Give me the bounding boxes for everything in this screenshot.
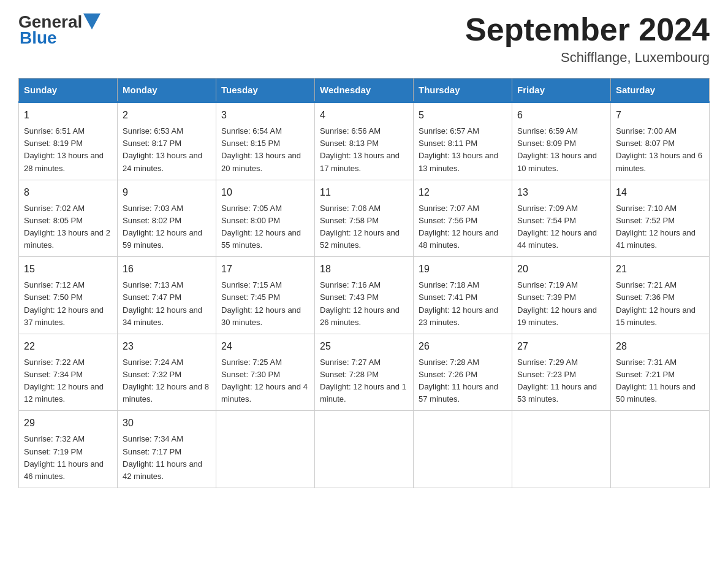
calendar-cell: 24Sunrise: 7:25 AMSunset: 7:30 PMDayligh… — [216, 334, 315, 411]
calendar-cell: 2Sunrise: 6:53 AMSunset: 8:17 PMDaylight… — [118, 102, 216, 180]
day-info: Sunrise: 7:07 AMSunset: 7:56 PMDaylight:… — [419, 202, 507, 252]
calendar-week-row: 29Sunrise: 7:32 AMSunset: 7:19 PMDayligh… — [19, 411, 710, 488]
calendar-cell — [315, 411, 414, 488]
day-info: Sunrise: 7:16 AMSunset: 7:43 PMDaylight:… — [320, 279, 408, 329]
calendar-week-row: 8Sunrise: 7:02 AMSunset: 8:05 PMDaylight… — [19, 180, 710, 257]
calendar-cell: 11Sunrise: 7:06 AMSunset: 7:58 PMDayligh… — [315, 180, 414, 257]
day-number: 18 — [320, 262, 408, 277]
calendar-cell: 26Sunrise: 7:28 AMSunset: 7:26 PMDayligh… — [414, 334, 512, 411]
day-info: Sunrise: 7:13 AMSunset: 7:47 PMDaylight:… — [123, 279, 211, 329]
calendar-cell: 4Sunrise: 6:56 AMSunset: 8:13 PMDaylight… — [315, 102, 414, 180]
day-number: 26 — [419, 339, 507, 354]
calendar-cell — [216, 411, 315, 488]
header-sunday: Sunday — [19, 79, 118, 102]
day-number: 23 — [123, 339, 211, 354]
header-saturday: Saturday — [611, 79, 710, 102]
calendar-cell: 21Sunrise: 7:21 AMSunset: 7:36 PMDayligh… — [611, 257, 710, 334]
calendar-cell: 27Sunrise: 7:29 AMSunset: 7:23 PMDayligh… — [512, 334, 611, 411]
day-info: Sunrise: 7:18 AMSunset: 7:41 PMDaylight:… — [419, 279, 507, 329]
day-info: Sunrise: 7:02 AMSunset: 8:05 PMDaylight:… — [24, 202, 112, 252]
header-friday: Friday — [512, 79, 611, 102]
day-number: 9 — [123, 185, 211, 200]
day-number: 2 — [123, 108, 211, 123]
day-number: 19 — [419, 262, 507, 277]
day-info: Sunrise: 6:51 AMSunset: 8:19 PMDaylight:… — [24, 125, 112, 175]
header-wednesday: Wednesday — [315, 79, 414, 102]
header-thursday: Thursday — [414, 79, 512, 102]
logo-triangle-icon — [83, 13, 100, 29]
logo: General Blue — [18, 12, 100, 48]
calendar-cell: 14Sunrise: 7:10 AMSunset: 7:52 PMDayligh… — [611, 180, 710, 257]
calendar-cell — [512, 411, 611, 488]
day-number: 8 — [24, 185, 112, 200]
day-number: 14 — [616, 185, 704, 200]
day-number: 27 — [517, 339, 605, 354]
calendar-cell: 3Sunrise: 6:54 AMSunset: 8:15 PMDaylight… — [216, 102, 315, 180]
calendar-cell: 9Sunrise: 7:03 AMSunset: 8:02 PMDaylight… — [118, 180, 216, 257]
day-info: Sunrise: 6:54 AMSunset: 8:15 PMDaylight:… — [221, 125, 309, 175]
calendar-cell: 23Sunrise: 7:24 AMSunset: 7:32 PMDayligh… — [118, 334, 216, 411]
calendar-cell: 28Sunrise: 7:31 AMSunset: 7:21 PMDayligh… — [611, 334, 710, 411]
day-number: 4 — [320, 108, 408, 123]
day-number: 29 — [24, 416, 112, 431]
calendar-cell: 18Sunrise: 7:16 AMSunset: 7:43 PMDayligh… — [315, 257, 414, 334]
calendar-cell: 7Sunrise: 7:00 AMSunset: 8:07 PMDaylight… — [611, 102, 710, 180]
day-info: Sunrise: 7:22 AMSunset: 7:34 PMDaylight:… — [24, 356, 112, 406]
calendar-cell: 22Sunrise: 7:22 AMSunset: 7:34 PMDayligh… — [19, 334, 118, 411]
day-info: Sunrise: 7:00 AMSunset: 8:07 PMDaylight:… — [616, 125, 704, 175]
day-number: 6 — [517, 108, 605, 123]
day-number: 21 — [616, 262, 704, 277]
day-info: Sunrise: 7:03 AMSunset: 8:02 PMDaylight:… — [123, 202, 211, 252]
calendar-cell: 19Sunrise: 7:18 AMSunset: 7:41 PMDayligh… — [414, 257, 512, 334]
calendar-cell — [611, 411, 710, 488]
day-info: Sunrise: 7:10 AMSunset: 7:52 PMDaylight:… — [616, 202, 704, 252]
day-info: Sunrise: 7:25 AMSunset: 7:30 PMDaylight:… — [221, 356, 309, 406]
day-number: 10 — [221, 185, 309, 200]
day-number: 15 — [24, 262, 112, 277]
day-info: Sunrise: 7:19 AMSunset: 7:39 PMDaylight:… — [517, 279, 605, 329]
calendar-cell: 5Sunrise: 6:57 AMSunset: 8:11 PMDaylight… — [414, 102, 512, 180]
header-monday: Monday — [118, 79, 216, 102]
day-number: 30 — [123, 416, 211, 431]
day-info: Sunrise: 7:28 AMSunset: 7:26 PMDaylight:… — [419, 356, 507, 406]
header-tuesday: Tuesday — [216, 79, 315, 102]
day-number: 3 — [221, 108, 309, 123]
day-info: Sunrise: 7:05 AMSunset: 8:00 PMDaylight:… — [221, 202, 309, 252]
calendar-cell: 15Sunrise: 7:12 AMSunset: 7:50 PMDayligh… — [19, 257, 118, 334]
day-number: 1 — [24, 108, 112, 123]
svg-marker-0 — [83, 13, 100, 29]
calendar-subtitle: Schifflange, Luxembourg — [465, 50, 710, 66]
day-info: Sunrise: 6:59 AMSunset: 8:09 PMDaylight:… — [517, 125, 605, 175]
day-number: 13 — [517, 185, 605, 200]
day-info: Sunrise: 7:29 AMSunset: 7:23 PMDaylight:… — [517, 356, 605, 406]
day-info: Sunrise: 6:56 AMSunset: 8:13 PMDaylight:… — [320, 125, 408, 175]
calendar-cell: 1Sunrise: 6:51 AMSunset: 8:19 PMDaylight… — [19, 102, 118, 180]
day-number: 28 — [616, 339, 704, 354]
calendar-cell: 13Sunrise: 7:09 AMSunset: 7:54 PMDayligh… — [512, 180, 611, 257]
calendar-cell: 20Sunrise: 7:19 AMSunset: 7:39 PMDayligh… — [512, 257, 611, 334]
calendar-cell — [414, 411, 512, 488]
day-number: 12 — [419, 185, 507, 200]
day-info: Sunrise: 7:09 AMSunset: 7:54 PMDaylight:… — [517, 202, 605, 252]
day-info: Sunrise: 7:32 AMSunset: 7:19 PMDaylight:… — [24, 433, 112, 483]
day-info: Sunrise: 7:34 AMSunset: 7:17 PMDaylight:… — [123, 433, 211, 483]
day-number: 24 — [221, 339, 309, 354]
logo-blue-text: Blue — [20, 28, 57, 48]
calendar-cell: 16Sunrise: 7:13 AMSunset: 7:47 PMDayligh… — [118, 257, 216, 334]
calendar-week-row: 15Sunrise: 7:12 AMSunset: 7:50 PMDayligh… — [19, 257, 710, 334]
calendar-cell: 25Sunrise: 7:27 AMSunset: 7:28 PMDayligh… — [315, 334, 414, 411]
calendar-cell: 30Sunrise: 7:34 AMSunset: 7:17 PMDayligh… — [118, 411, 216, 488]
day-number: 22 — [24, 339, 112, 354]
day-number: 7 — [616, 108, 704, 123]
calendar-cell: 6Sunrise: 6:59 AMSunset: 8:09 PMDaylight… — [512, 102, 611, 180]
day-info: Sunrise: 7:12 AMSunset: 7:50 PMDaylight:… — [24, 279, 112, 329]
page-header: General Blue September 2024 Schifflange,… — [18, 12, 710, 66]
title-area: September 2024 Schifflange, Luxembourg — [465, 12, 710, 66]
calendar-header-row: SundayMondayTuesdayWednesdayThursdayFrid… — [19, 79, 710, 102]
calendar-table: SundayMondayTuesdayWednesdayThursdayFrid… — [18, 78, 710, 488]
day-number: 11 — [320, 185, 408, 200]
calendar-cell: 29Sunrise: 7:32 AMSunset: 7:19 PMDayligh… — [19, 411, 118, 488]
day-number: 5 — [419, 108, 507, 123]
day-number: 20 — [517, 262, 605, 277]
calendar-cell: 17Sunrise: 7:15 AMSunset: 7:45 PMDayligh… — [216, 257, 315, 334]
